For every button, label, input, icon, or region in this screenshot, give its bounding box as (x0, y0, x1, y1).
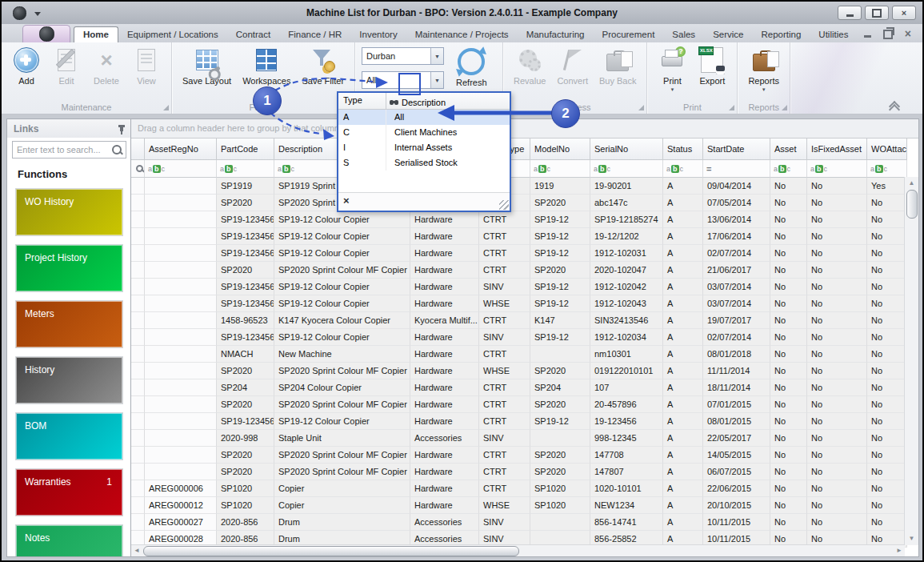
clear-filter-icon[interactable]: × (343, 195, 350, 207)
cell-isfixedasset[interactable]: No (807, 464, 867, 480)
cell-serialno[interactable]: SIN32413546 (590, 312, 663, 329)
cell-status[interactable]: A (663, 430, 703, 447)
column-header-status[interactable]: Status (663, 138, 703, 160)
cell-modelno[interactable]: SP19-12 (530, 295, 590, 312)
tab-utilities[interactable]: Utilities (810, 27, 857, 42)
dialog-launcher-icon[interactable] (638, 105, 644, 110)
cell-status[interactable]: A (663, 245, 703, 262)
cell-status[interactable]: A (663, 464, 703, 480)
cell-assettype[interactable]: CTRT (479, 346, 530, 363)
cell-col4[interactable]: Kyocera Multif... (410, 312, 479, 329)
cell-serialno[interactable]: 19-90201 (590, 178, 663, 195)
cell-serialno[interactable]: 147807 (590, 464, 663, 480)
cell-startdate[interactable]: 03/07/2014 (703, 279, 770, 295)
tab-maintenance-projects[interactable]: Maintenance / Projects (406, 27, 518, 42)
filter-cell-serialno[interactable]: abc (590, 160, 663, 178)
cell-isfixedasset[interactable]: No (807, 178, 867, 195)
cell-assettype[interactable]: CTRT (479, 413, 530, 430)
table-row[interactable]: AREG000006SP1020CopierHardwareCTRTSP1020… (131, 480, 918, 497)
table-row[interactable]: AREG000012SP1020CopierHardwareWHSESP1020… (131, 497, 918, 514)
table-row[interactable]: SP19-123456SP19-12 Colour CopierHardware… (131, 279, 918, 295)
cell-startdate[interactable]: 08/01/2018 (703, 346, 770, 363)
row-indicator-cell[interactable] (131, 363, 145, 379)
cell-startdate[interactable]: 11/11/2014 (703, 363, 770, 379)
cell-description[interactable]: SP19-12 Colour Copier (274, 413, 410, 430)
cell-woattachments[interactable]: Yes (867, 178, 907, 195)
cell-partcode[interactable]: SP19-123456 (217, 295, 274, 312)
cell-modelno[interactable] (530, 514, 590, 531)
cell-partcode[interactable]: SP19-123456 (217, 245, 274, 262)
cell-asset[interactable]: No (770, 379, 807, 396)
edit-button[interactable]: Edit (46, 45, 86, 86)
function-button-warranties[interactable]: Warranties1 (15, 468, 123, 516)
column-header-woattachments[interactable]: WOAttachments (867, 138, 907, 160)
cell-partcode[interactable]: SP204 (217, 379, 274, 396)
cell-partcode[interactable]: SP2020 (217, 447, 274, 464)
cell-modelno[interactable]: K147 (530, 312, 590, 329)
cell-assetregno[interactable] (145, 396, 217, 413)
cell-partcode[interactable]: SP19-123456 (217, 329, 274, 346)
cell-partcode[interactable]: SP2020 (217, 363, 274, 379)
cell-status[interactable]: A (663, 480, 703, 497)
cell-modelno[interactable]: SP19-12 (530, 211, 590, 228)
cell-isfixedasset[interactable]: No (807, 497, 867, 514)
cell-col4[interactable]: Hardware (410, 379, 479, 396)
cell-description[interactable]: New Machine (274, 346, 410, 363)
cell-description[interactable]: SP19-12 Colour Copier (274, 245, 410, 262)
cell-woattachments[interactable]: No (867, 363, 907, 379)
cell-startdate[interactable]: 09/04/2014 (703, 178, 770, 195)
scroll-down-icon[interactable]: ▼ (905, 533, 918, 544)
cell-description[interactable]: Copier (274, 480, 410, 497)
cell-modelno[interactable]: SP19-12 (530, 329, 590, 346)
cell-startdate[interactable]: 22/05/2017 (703, 430, 770, 447)
row-indicator-cell[interactable] (131, 312, 145, 329)
cell-status[interactable]: A (663, 396, 703, 413)
type-combobox-dropdown-button[interactable]: ▼ (430, 72, 443, 88)
scroll-up-icon[interactable]: ▲ (905, 178, 918, 189)
filter-cell-asset[interactable]: abc (770, 160, 807, 178)
cell-assettype[interactable]: SINV (479, 430, 530, 447)
tab-sales[interactable]: Sales (663, 27, 704, 42)
cell-description[interactable]: Copier (274, 497, 410, 514)
cell-asset[interactable]: No (770, 413, 807, 430)
ribbon-collapse-icon[interactable] (890, 102, 900, 109)
cell-partcode[interactable]: SP19-123456 (217, 228, 274, 245)
cell-startdate[interactable]: 03/07/2014 (703, 295, 770, 312)
cell-asset[interactable]: No (770, 396, 807, 413)
vertical-scrollbar[interactable]: ▲ ▼ (904, 177, 918, 545)
tab-service[interactable]: Service (704, 27, 752, 42)
cell-description[interactable]: SP2020 Sprint Colour MF Copier (274, 447, 410, 464)
tab-home[interactable]: Home (74, 26, 118, 42)
site-combobox-dropdown-button[interactable]: ▼ (430, 48, 443, 64)
cell-col4[interactable]: Hardware (410, 245, 479, 262)
cell-isfixedasset[interactable]: No (807, 195, 867, 211)
cell-woattachments[interactable]: No (867, 262, 907, 279)
row-indicator-cell[interactable] (131, 396, 145, 413)
cell-description[interactable]: SP2020 Sprint Colour MF Copier (274, 396, 410, 413)
cell-status[interactable]: A (663, 312, 703, 329)
cell-woattachments[interactable]: No (867, 346, 907, 363)
cell-assetregno[interactable]: AREG000012 (145, 497, 217, 514)
cell-isfixedasset[interactable]: No (807, 396, 867, 413)
minimize-button[interactable] (838, 6, 862, 20)
cell-partcode[interactable]: 2020-856 (217, 514, 274, 531)
cell-modelno[interactable]: 1919 (530, 178, 590, 195)
cell-isfixedasset[interactable]: No (807, 447, 867, 464)
cell-startdate[interactable]: 20/10/2015 (703, 497, 770, 514)
cell-isfixedasset[interactable]: No (807, 346, 867, 363)
filter-cell-isfixedasset[interactable]: abc (807, 160, 867, 178)
cell-asset[interactable]: No (770, 211, 807, 228)
cell-isfixedasset[interactable]: No (807, 480, 867, 497)
cell-partcode[interactable]: 1458-96523 (217, 312, 274, 329)
cell-asset[interactable]: No (770, 312, 807, 329)
cell-modelno[interactable]: SP19-12 (530, 413, 590, 430)
table-row[interactable]: SP19-123456SP19-12 Colour CopierHardware… (131, 329, 918, 346)
table-row[interactable]: SP204SP204 Colour CopierHardwareCTRTSP20… (131, 379, 918, 396)
cell-description[interactable]: SP2020 Sprint Colour MF Copier (274, 464, 410, 480)
cell-serialno[interactable]: 1912-102034 (590, 329, 663, 346)
cell-serialno[interactable]: 1020-10101 (590, 480, 663, 497)
cell-modelno[interactable]: SP2020 (530, 464, 590, 480)
cell-col4[interactable]: Hardware (410, 396, 479, 413)
cell-assettype[interactable]: SINV (479, 279, 530, 295)
cell-assettype[interactable]: CTRT (479, 396, 530, 413)
